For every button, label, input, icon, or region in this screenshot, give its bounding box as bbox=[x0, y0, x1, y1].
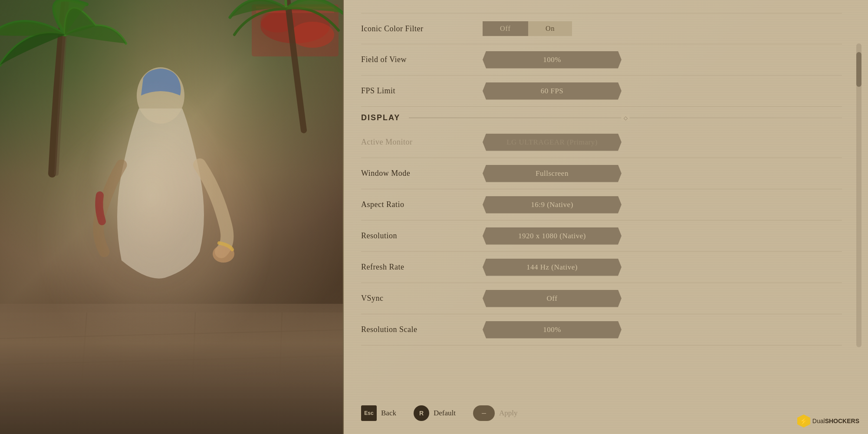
aspect-ratio-value-container[interactable]: 16:9 (Native) bbox=[483, 196, 842, 214]
window-mode-label: Window Mode bbox=[361, 169, 483, 178]
vsync-value-container[interactable]: Off bbox=[483, 290, 842, 307]
scrollbar[interactable] bbox=[856, 43, 861, 347]
back-button[interactable]: Esc Back bbox=[361, 405, 396, 421]
iconic-color-filter-off-button[interactable]: Off bbox=[483, 21, 528, 36]
aspect-ratio-value[interactable]: 16:9 (Native) bbox=[483, 196, 621, 214]
esc-key-icon: Esc bbox=[361, 405, 377, 421]
window-mode-row: Window Mode Fullscreen bbox=[361, 158, 842, 189]
active-monitor-value: LG ULTRAGEAR (Primary) bbox=[483, 134, 621, 151]
refresh-rate-label: Refresh Rate bbox=[361, 263, 483, 272]
display-section-header: DISPLAY bbox=[361, 107, 842, 127]
resolution-value-container[interactable]: 1920 x 1080 (Native) bbox=[483, 227, 842, 245]
aspect-ratio-label: Aspect Ratio bbox=[361, 200, 483, 209]
watermark-shockers: SHOCKERS bbox=[825, 418, 859, 424]
display-section-line bbox=[409, 118, 842, 118]
iconic-color-filter-row: Iconic Color Filter Off On bbox=[361, 13, 842, 44]
iconic-color-filter-toggle[interactable]: Off On bbox=[483, 21, 572, 36]
default-button[interactable]: R Default bbox=[414, 405, 456, 421]
r-key-icon: R bbox=[414, 405, 429, 421]
resolution-row: Resolution 1920 x 1080 (Native) bbox=[361, 220, 842, 252]
active-monitor-label: Active Monitor bbox=[361, 138, 483, 147]
field-of-view-row: Field of View 100% bbox=[361, 44, 842, 76]
window-mode-value[interactable]: Fullscreen bbox=[483, 165, 621, 182]
iconic-color-filter-value[interactable]: Off On bbox=[483, 21, 842, 36]
fps-limit-value-container[interactable]: 60 FPS bbox=[483, 82, 842, 100]
refresh-rate-row: Refresh Rate 144 Hz (Native) bbox=[361, 252, 842, 283]
window-mode-value-container[interactable]: Fullscreen bbox=[483, 165, 842, 182]
fps-limit-label: FPS Limit bbox=[361, 86, 483, 95]
apply-label: Apply bbox=[499, 409, 518, 418]
fps-limit-row: FPS Limit 60 FPS bbox=[361, 76, 842, 107]
vsync-row: VSync Off bbox=[361, 283, 842, 314]
watermark-dual: Dual bbox=[812, 418, 825, 424]
field-of-view-value[interactable]: 100% bbox=[483, 51, 621, 69]
vsync-value[interactable]: Off bbox=[483, 290, 621, 307]
bottom-bar: Esc Back R Default — Apply bbox=[361, 397, 842, 425]
display-section-title: DISPLAY bbox=[361, 113, 400, 122]
resolution-value[interactable]: 1920 x 1080 (Native) bbox=[483, 227, 621, 245]
fps-limit-value[interactable]: 60 FPS bbox=[483, 82, 621, 100]
watermark: ⚡ DualSHOCKERS bbox=[797, 414, 859, 427]
resolution-label: Resolution bbox=[361, 231, 483, 240]
resolution-scale-value-container[interactable]: 100% bbox=[483, 321, 842, 339]
iconic-color-filter-on-button[interactable]: On bbox=[528, 21, 572, 36]
apply-key-icon: — bbox=[473, 405, 495, 421]
default-label: Default bbox=[434, 409, 456, 418]
active-monitor-value-container: LG ULTRAGEAR (Primary) bbox=[483, 134, 842, 151]
active-monitor-row: Active Monitor LG ULTRAGEAR (Primary) bbox=[361, 127, 842, 158]
iconic-color-filter-label: Iconic Color Filter bbox=[361, 24, 483, 33]
apply-button[interactable]: — Apply bbox=[473, 405, 518, 421]
game-screenshot bbox=[0, 0, 343, 434]
resolution-scale-value[interactable]: 100% bbox=[483, 321, 621, 339]
dualshockers-icon: ⚡ bbox=[797, 414, 810, 427]
back-label: Back bbox=[381, 409, 396, 418]
refresh-rate-value[interactable]: 144 Hz (Native) bbox=[483, 259, 621, 276]
settings-panel: Iconic Color Filter Off On Field of View… bbox=[344, 0, 868, 434]
resolution-scale-label: Resolution Scale bbox=[361, 325, 483, 334]
aspect-ratio-row: Aspect Ratio 16:9 (Native) bbox=[361, 189, 842, 220]
refresh-rate-value-container[interactable]: 144 Hz (Native) bbox=[483, 259, 842, 276]
field-of-view-label: Field of View bbox=[361, 55, 483, 64]
field-of-view-value-container[interactable]: 100% bbox=[483, 51, 842, 69]
resolution-scale-row: Resolution Scale 100% bbox=[361, 314, 842, 345]
scrollbar-thumb[interactable] bbox=[856, 52, 861, 87]
settings-list: Iconic Color Filter Off On Field of View… bbox=[361, 9, 842, 397]
watermark-text: DualSHOCKERS bbox=[812, 418, 859, 424]
vsync-label: VSync bbox=[361, 294, 483, 303]
